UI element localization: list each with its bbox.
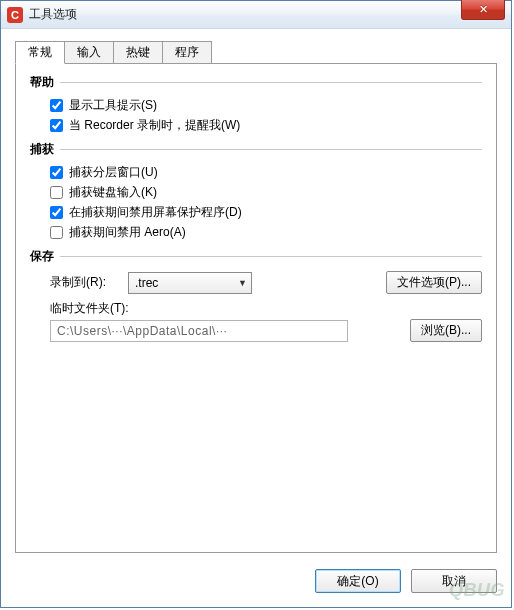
temp-folder-path[interactable]: C:\Users\···\AppData\Local\··· xyxy=(50,320,348,342)
label-record-to: 录制到(R): xyxy=(50,274,122,291)
cancel-button[interactable]: 取消 xyxy=(411,569,497,593)
ok-button[interactable]: 确定(O) xyxy=(315,569,401,593)
tab-program[interactable]: 程序 xyxy=(162,41,212,64)
opt-layered-windows[interactable]: 捕获分层窗口(U) xyxy=(50,162,482,182)
capture-options: 捕获分层窗口(U) 捕获键盘输入(K) 在捕获期间禁用屏幕保护程序(D) 捕获期… xyxy=(50,162,482,242)
opt-remind-recording[interactable]: 当 Recorder 录制时，提醒我(W) xyxy=(50,115,482,135)
tab-general[interactable]: 常规 xyxy=(15,41,65,64)
label-show-tooltips: 显示工具提示(S) xyxy=(69,97,157,114)
section-header-help: 帮助 xyxy=(30,74,482,91)
section-divider xyxy=(60,82,482,83)
tab-strip: 常规 输入 热键 程序 xyxy=(15,41,497,63)
titlebar: C 工具选项 ✕ xyxy=(1,1,511,29)
checkbox-disable-screensaver[interactable] xyxy=(50,206,63,219)
close-icon: ✕ xyxy=(479,3,488,16)
close-button[interactable]: ✕ xyxy=(461,0,505,20)
label-disable-screensaver: 在捕获期间禁用屏幕保护程序(D) xyxy=(69,204,242,221)
checkbox-layered-windows[interactable] xyxy=(50,166,63,179)
app-icon: C xyxy=(7,7,23,23)
tab-input[interactable]: 输入 xyxy=(64,41,114,64)
tab-panel-general: 帮助 显示工具提示(S) 当 Recorder 录制时，提醒我(W) 捕获 xyxy=(15,63,497,553)
combo-record-format[interactable]: .trec ▼ xyxy=(128,272,252,294)
label-keyboard-input: 捕获键盘输入(K) xyxy=(69,184,157,201)
label-layered-windows: 捕获分层窗口(U) xyxy=(69,164,158,181)
section-header-capture: 捕获 xyxy=(30,141,482,158)
section-title-help: 帮助 xyxy=(30,74,54,91)
file-options-button[interactable]: 文件选项(P)... xyxy=(386,271,482,294)
dialog-footer: 确定(O) 取消 xyxy=(1,563,511,607)
tool-options-dialog: C 工具选项 ✕ 常规 输入 热键 程序 帮助 显示工具提示(S) xyxy=(0,0,512,608)
checkbox-remind-recording[interactable] xyxy=(50,119,63,132)
client-area: 常规 输入 热键 程序 帮助 显示工具提示(S) 当 Recorder 录制时，… xyxy=(1,29,511,563)
section-divider xyxy=(60,256,482,257)
checkbox-keyboard-input[interactable] xyxy=(50,186,63,199)
window-title: 工具选项 xyxy=(29,6,77,23)
section-title-capture: 捕获 xyxy=(30,141,54,158)
label-temp-folder: 临时文件夹(T): xyxy=(50,300,129,317)
tab-hotkeys[interactable]: 热键 xyxy=(113,41,163,64)
section-divider xyxy=(60,149,482,150)
label-remind-recording: 当 Recorder 录制时，提醒我(W) xyxy=(69,117,240,134)
chevron-down-icon: ▼ xyxy=(238,278,247,288)
help-options: 显示工具提示(S) 当 Recorder 录制时，提醒我(W) xyxy=(50,95,482,135)
opt-disable-screensaver[interactable]: 在捕获期间禁用屏幕保护程序(D) xyxy=(50,202,482,222)
checkbox-disable-aero[interactable] xyxy=(50,226,63,239)
label-disable-aero: 捕获期间禁用 Aero(A) xyxy=(69,224,186,241)
opt-keyboard-input[interactable]: 捕获键盘输入(K) xyxy=(50,182,482,202)
row-record-to: 录制到(R): .trec ▼ 文件选项(P)... xyxy=(50,271,482,294)
browse-button[interactable]: 浏览(B)... xyxy=(410,319,482,342)
section-title-save: 保存 xyxy=(30,248,54,265)
row-temp-folder: C:\Users\···\AppData\Local\··· 浏览(B)... xyxy=(50,319,482,342)
opt-disable-aero[interactable]: 捕获期间禁用 Aero(A) xyxy=(50,222,482,242)
checkbox-show-tooltips[interactable] xyxy=(50,99,63,112)
row-temp-folder-label: 临时文件夹(T): xyxy=(50,300,482,317)
opt-show-tooltips[interactable]: 显示工具提示(S) xyxy=(50,95,482,115)
combo-record-format-value: .trec xyxy=(135,276,158,290)
section-header-save: 保存 xyxy=(30,248,482,265)
